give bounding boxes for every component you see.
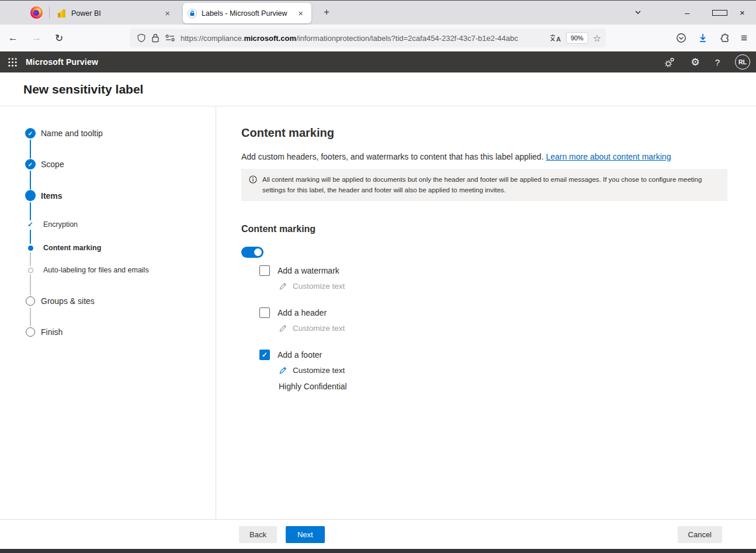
pencil-icon <box>279 282 287 291</box>
settings-gear-icon[interactable]: ⚙ <box>691 56 699 68</box>
wizard-step-label: Auto-labeling for files and emails <box>43 266 149 274</box>
svg-text:A: A <box>556 36 561 43</box>
window-bottom-border <box>0 549 756 553</box>
wizard-step-scope[interactable]: ✓ Scope <box>25 159 64 170</box>
forward-icon: → <box>26 30 47 46</box>
cancel-button[interactable]: Cancel <box>678 526 722 543</box>
learn-more-link[interactable]: Learn more about content marking <box>546 152 671 161</box>
wizard-step-label: Encryption <box>43 220 78 229</box>
wizard-step-label: Name and tooltip <box>41 129 103 138</box>
tab-title: Labels - Microsoft Purview <box>202 9 296 18</box>
customize-label: Customize text <box>293 282 345 291</box>
browser-window: Power BI × Labels - Microsoft Purview × … <box>0 0 756 553</box>
wizard-substep-auto-labeling[interactable]: Auto-labeling for files and emails <box>25 266 149 274</box>
extensions-puzzle-icon[interactable] <box>717 31 731 45</box>
content-heading: Content marking <box>241 126 727 140</box>
wizard-step-label: Content marking <box>43 244 101 252</box>
add-footer-row[interactable]: ✓ Add a footer <box>259 350 727 360</box>
wizard-step-label: Items <box>41 191 63 201</box>
processes-gears-icon[interactable] <box>664 57 675 68</box>
tab-close-icon[interactable]: × <box>296 8 306 19</box>
customize-label: Customize text <box>293 324 345 333</box>
toggle-knob <box>254 248 262 256</box>
translate-icon[interactable]: A <box>550 34 561 43</box>
step-connector <box>30 308 31 326</box>
wizard-step-finish[interactable]: Finish <box>25 327 63 337</box>
window-close-button[interactable]: × <box>733 1 752 25</box>
tab-bar: Power BI × Labels - Microsoft Purview × … <box>0 1 756 25</box>
page-title: New sensitivity label <box>23 82 143 96</box>
checkbox-label: Add a watermark <box>278 266 339 275</box>
step-connector <box>30 140 31 158</box>
tab-purview-labels[interactable]: Labels - Microsoft Purview × <box>183 3 311 23</box>
wizard-substep-content-marking[interactable]: Content marking <box>25 244 101 252</box>
step-completed-icon: ✓ <box>25 128 36 139</box>
step-connector <box>30 202 31 220</box>
next-button[interactable]: Next <box>286 526 325 543</box>
tab-separator <box>49 6 50 19</box>
new-tab-button[interactable]: + <box>319 6 334 19</box>
step-upcoming-icon <box>26 327 35 337</box>
menu-hamburger-icon[interactable]: ≡ <box>739 30 749 46</box>
add-watermark-checkbox[interactable] <box>259 265 270 276</box>
list-tabs-chevron-icon[interactable] <box>634 8 642 16</box>
add-header-row[interactable]: Add a header <box>259 307 727 318</box>
wizard-step-label: Finish <box>41 327 63 337</box>
nav-toolbar: ← → ↻ https://compliance.microsoft.com/i… <box>0 25 756 51</box>
add-footer-checkbox[interactable]: ✓ <box>259 350 270 360</box>
power-bi-icon <box>57 9 67 18</box>
app-title: Microsoft Purview <box>26 57 98 67</box>
app-bar-right-icons: ⚙ ? RL <box>664 51 750 72</box>
customize-footer-text[interactable]: Customize text <box>279 366 727 375</box>
content-marking-toggle[interactable] <box>241 247 263 258</box>
shield-icon[interactable] <box>137 33 146 43</box>
lock-icon[interactable] <box>151 33 159 43</box>
step-completed-icon: ✓ <box>25 159 36 170</box>
window-maximize-button[interactable] <box>705 1 734 25</box>
downloads-icon[interactable] <box>696 31 710 45</box>
substep-upcoming-icon <box>28 268 33 273</box>
wizard-footer: Back Next Cancel <box>0 519 756 549</box>
info-banner-text: All content marking will be applied to d… <box>262 174 720 196</box>
wizard-step-label: Groups & sites <box>41 296 95 306</box>
page-header: New sensitivity label <box>0 72 756 106</box>
tab-close-icon[interactable]: × <box>162 8 172 19</box>
toolbar-right-icons: ≡ <box>674 25 749 51</box>
avatar[interactable]: RL <box>735 54 750 70</box>
back-button[interactable]: Back <box>239 526 277 543</box>
customize-label: Customize text <box>293 366 345 375</box>
url-bar[interactable]: https://compliance.microsoft.com/informa… <box>130 29 606 47</box>
url-fade <box>523 34 550 43</box>
wizard-step-name-and-tooltip[interactable]: ✓ Name and tooltip <box>25 128 103 139</box>
wizard-step-groups-sites[interactable]: Groups & sites <box>25 296 95 306</box>
help-icon[interactable]: ? <box>715 57 720 67</box>
purview-lock-icon <box>188 9 197 18</box>
url-text[interactable]: https://compliance.microsoft.com/informa… <box>181 34 550 43</box>
back-icon[interactable]: ← <box>3 30 23 46</box>
checkbox-label: Add a header <box>278 308 327 317</box>
window-minimize-button[interactable]: – <box>678 1 696 25</box>
permissions-icon[interactable] <box>165 34 175 42</box>
substep-completed-icon: ✓ <box>27 220 33 229</box>
step-connector <box>30 171 31 189</box>
footer-custom-text: Highly Confidential <box>279 382 727 391</box>
firefox-view-icon[interactable] <box>30 6 43 19</box>
description-text: Add custom headers, footers, and waterma… <box>241 152 544 161</box>
tab-power-bi[interactable]: Power BI × <box>53 4 178 23</box>
info-icon <box>249 175 257 184</box>
reload-icon[interactable]: ↻ <box>50 30 68 47</box>
wizard-step-items[interactable]: Items <box>25 190 63 201</box>
pocket-icon[interactable] <box>674 31 688 45</box>
bookmark-star-icon[interactable]: ☆ <box>593 33 601 44</box>
add-watermark-row[interactable]: Add a watermark <box>259 265 727 276</box>
checkbox-label: Add a footer <box>278 350 322 360</box>
wizard-steps-sidebar: ✓ Name and tooltip ✓ Scope Items ✓ Encry… <box>0 106 216 519</box>
wizard-body: ✓ Name and tooltip ✓ Scope Items ✓ Encry… <box>0 106 756 519</box>
pencil-icon <box>279 324 287 333</box>
zoom-level-badge[interactable]: 90% <box>566 32 588 44</box>
substep-current-icon <box>28 246 33 251</box>
app-launcher-waffle-icon[interactable] <box>0 51 26 72</box>
add-header-checkbox[interactable] <box>259 307 270 318</box>
wizard-substep-encryption[interactable]: ✓ Encryption <box>25 220 78 229</box>
purview-app-bar: Microsoft Purview ⚙ ? RL <box>0 51 756 72</box>
